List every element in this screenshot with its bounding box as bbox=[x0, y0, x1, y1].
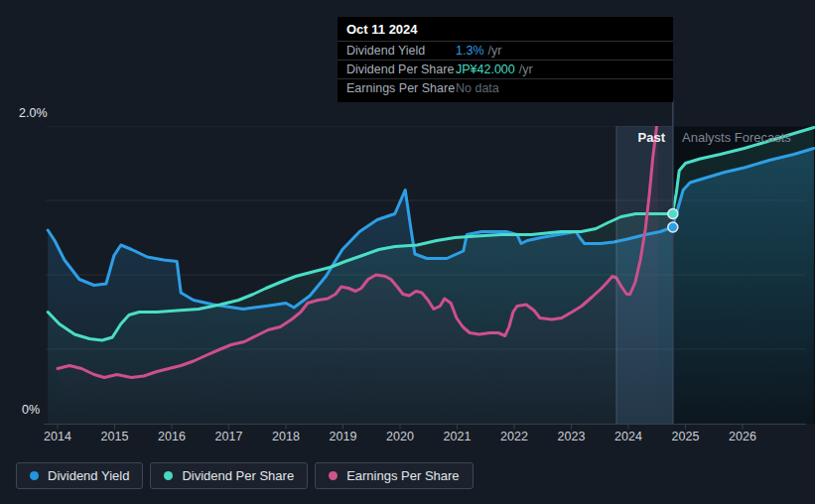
tooltip-row-label: Earnings Per Share bbox=[346, 81, 456, 95]
x-axis-label-2023: 2023 bbox=[549, 430, 595, 443]
tooltip-row-unit: /yr bbox=[519, 63, 533, 76]
x-axis-label-2021: 2021 bbox=[435, 430, 480, 443]
x-axis-label-2018: 2018 bbox=[263, 430, 309, 443]
y-axis-label-top: 2.0% bbox=[19, 106, 48, 120]
legend-dot-icon bbox=[30, 471, 39, 480]
marker-dividend-per-share bbox=[668, 209, 678, 219]
x-axis-label-2026: 2026 bbox=[720, 430, 765, 443]
tooltip-row-label: Dividend Per Share bbox=[346, 63, 456, 76]
legend-button-dividend-yield[interactable]: Dividend Yield bbox=[16, 462, 143, 489]
x-axis-label-2014: 2014 bbox=[35, 430, 80, 443]
past-region-label: Past bbox=[566, 130, 665, 145]
tooltip-row: Earnings Per ShareNo data bbox=[338, 78, 673, 97]
tooltip-date: Oct 11 2024 bbox=[338, 17, 673, 41]
x-axis-label-2024: 2024 bbox=[606, 430, 651, 443]
legend-label: Earnings Per Share bbox=[346, 468, 459, 483]
tooltip-row-unit: /yr bbox=[488, 44, 502, 58]
y-axis-label-bottom: 0% bbox=[22, 403, 40, 417]
tooltip-row-label: Dividend Yield bbox=[346, 44, 456, 58]
legend-label: Dividend Yield bbox=[48, 468, 129, 483]
tooltip-row-value: No data bbox=[456, 81, 499, 95]
dividend-history-chart: 2.0% 0% 20142015201620172018201920202021… bbox=[0, 0, 815, 504]
x-axis-label-2020: 2020 bbox=[377, 430, 423, 443]
x-axis-label-2015: 2015 bbox=[92, 430, 138, 443]
legend-dot-icon bbox=[164, 471, 173, 480]
tooltip-row-value: JP¥42.000 bbox=[456, 63, 515, 76]
x-axis-label-2025: 2025 bbox=[663, 430, 709, 443]
marker-dividend-yield bbox=[668, 222, 678, 232]
tooltip-row-value: 1.3% bbox=[456, 44, 484, 58]
legend-button-dividend-per-share[interactable]: Dividend Per Share bbox=[150, 462, 308, 489]
analysts-forecasts-label: Analysts Forecasts bbox=[682, 130, 791, 145]
x-axis-label-2019: 2019 bbox=[321, 430, 366, 443]
legend-label: Dividend Per Share bbox=[182, 468, 294, 483]
legend: Dividend YieldDividend Per ShareEarnings… bbox=[16, 462, 474, 489]
legend-dot-icon bbox=[329, 471, 338, 480]
x-axis-label-2017: 2017 bbox=[206, 430, 252, 443]
legend-button-earnings-per-share[interactable]: Earnings Per Share bbox=[315, 462, 473, 489]
tooltip-row: Dividend Yield1.3%/yr bbox=[338, 41, 673, 60]
x-axis-label-2022: 2022 bbox=[491, 430, 537, 443]
x-axis-label-2016: 2016 bbox=[149, 430, 195, 443]
tooltip-row: Dividend Per ShareJP¥42.000/yr bbox=[338, 60, 673, 78]
hover-tooltip: Oct 11 2024 Dividend Yield1.3%/yrDividen… bbox=[338, 17, 673, 102]
